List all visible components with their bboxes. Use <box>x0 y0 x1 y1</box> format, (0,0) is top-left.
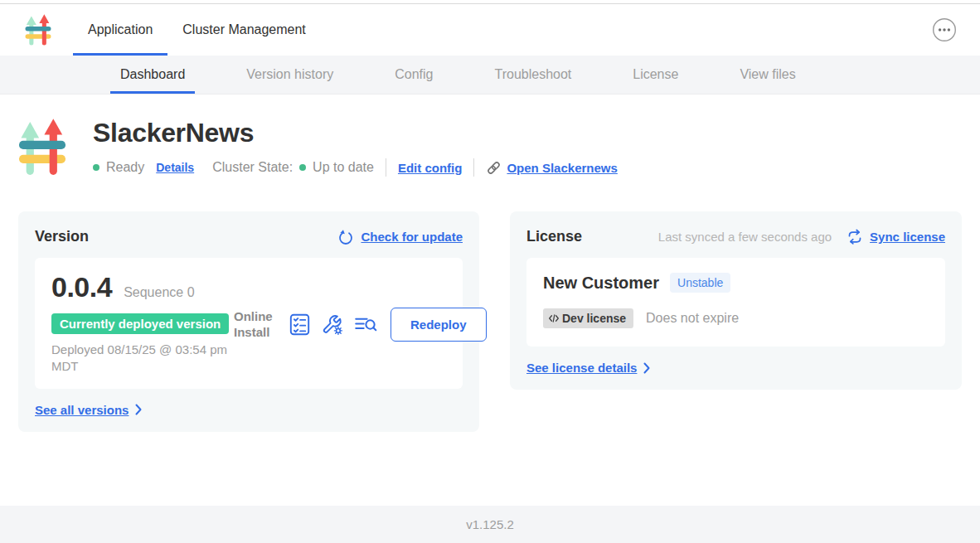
dashboard-main: SlackerNews Ready Details Cluster State:… <box>0 95 980 506</box>
preflight-checks-button[interactable] <box>289 313 310 336</box>
divider <box>473 158 474 177</box>
chevron-right-icon <box>135 404 142 415</box>
tab-dashboard[interactable]: Dashboard <box>110 56 195 94</box>
dashboard-cards: Version Check for update 0.0.4 Sequence <box>18 211 962 432</box>
check-for-update-label: Check for update <box>361 230 463 244</box>
check-for-update-link[interactable]: Check for update <box>337 229 463 245</box>
app-status-row: Ready Details Cluster State: Up to date … <box>93 158 618 177</box>
redeploy-button[interactable]: Redeploy <box>391 308 487 342</box>
customer-name: New Customer <box>543 274 659 293</box>
license-detail-panel: New Customer Unstable Dev license <box>526 258 945 347</box>
version-number: 0.0.4 <box>51 271 112 303</box>
install-type-label: Online Install <box>234 309 279 341</box>
app-status-text: Ready <box>106 160 144 175</box>
console-version: v1.125.2 <box>466 517 514 531</box>
tab-license[interactable]: License <box>623 56 688 94</box>
open-slackernews-link[interactable]: Open Slackernews <box>486 160 617 176</box>
app-status-dot <box>93 164 99 171</box>
slackernews-logo-icon <box>25 13 51 56</box>
sync-license-label: Sync license <box>870 230 945 244</box>
checklist-icon <box>289 313 310 336</box>
ellipsis-icon <box>932 17 957 42</box>
app-header-block: SlackerNews Ready Details Cluster State:… <box>18 116 962 181</box>
primary-tabs: Application Cluster Management <box>73 4 321 56</box>
deployed-timestamp: Deployed 08/15/25 @ 03:54 pm MDT <box>51 342 234 376</box>
app-subnav: Dashboard Version history Config Trouble… <box>0 56 980 95</box>
app-icon <box>18 116 66 181</box>
current-version-panel: 0.0.4 Sequence 0 Currently deployed vers… <box>35 258 463 389</box>
more-menu-button[interactable] <box>932 17 957 42</box>
sync-arrows-icon <box>847 229 863 245</box>
divider <box>386 158 386 177</box>
sequence-label: Sequence 0 <box>124 285 194 300</box>
view-config-button[interactable] <box>321 313 343 336</box>
chevron-right-icon <box>643 362 650 374</box>
tab-cluster-management[interactable]: Cluster Management <box>167 4 321 56</box>
cluster-state-label: Cluster State: <box>212 160 293 175</box>
primary-header: Application Cluster Management <box>0 4 980 56</box>
tab-application[interactable]: Application <box>73 4 167 56</box>
last-synced-text: Last synced a few seconds ago <box>658 230 832 244</box>
edit-config-link[interactable]: Edit config <box>398 161 463 175</box>
tab-troubleshoot[interactable]: Troubleshoot <box>484 56 581 94</box>
wrench-gear-icon <box>321 313 343 336</box>
version-card-title: Version <box>35 228 89 245</box>
tab-view-files[interactable]: View files <box>730 56 805 94</box>
see-all-versions-label: See all versions <box>35 403 129 417</box>
details-link[interactable]: Details <box>156 161 194 174</box>
tab-config[interactable]: Config <box>385 56 443 94</box>
license-type-label: Dev license <box>562 312 626 325</box>
admin-console-page: Application Cluster Management Dashboard… <box>0 0 980 543</box>
sync-license-link[interactable]: Sync license <box>847 229 945 245</box>
deployed-badge: Currently deployed version <box>51 313 229 334</box>
open-slackernews-label: Open Slackernews <box>507 161 617 175</box>
console-footer: v1.125.2 <box>0 506 980 543</box>
link-icon <box>486 160 502 176</box>
channel-badge: Unstable <box>670 273 730 293</box>
cluster-status-dot <box>299 164 306 171</box>
license-card: License Last synced a few seconds ago Sy… <box>510 211 962 390</box>
see-license-details-link[interactable]: See license details <box>526 361 650 375</box>
refresh-icon <box>337 229 354 245</box>
tab-version-history[interactable]: Version history <box>236 56 343 94</box>
license-type-badge: Dev license <box>543 308 633 328</box>
see-all-versions-link[interactable]: See all versions <box>35 403 142 417</box>
view-files-button[interactable] <box>354 314 378 335</box>
license-expiration: Does not expire <box>646 311 739 326</box>
page-title: SlackerNews <box>93 118 618 148</box>
see-license-details-label: See license details <box>526 361 637 375</box>
lines-magnifier-icon <box>354 314 378 335</box>
code-icon <box>548 313 560 323</box>
version-card: Version Check for update 0.0.4 Sequence <box>18 211 479 432</box>
cluster-status-text: Up to date <box>313 160 374 175</box>
license-card-title: License <box>526 228 582 245</box>
